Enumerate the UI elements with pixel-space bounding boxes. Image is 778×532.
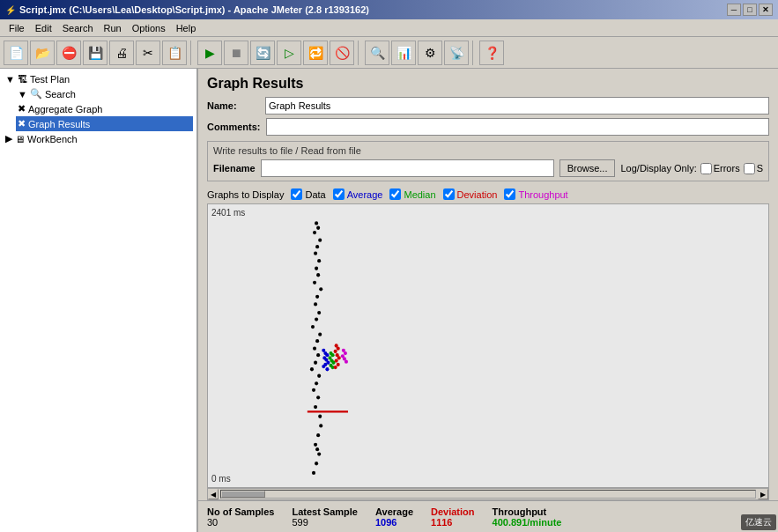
tree-item-graph-results[interactable]: ✖ Graph Results [16,116,193,131]
check-median-text: Median [404,189,435,200]
tree-item-aggregate-graph[interactable]: ✖ Aggregate Graph [16,101,193,116]
filename-input[interactable] [261,159,554,177]
throughput-status: Throughput 400.891/minute [493,506,562,528]
check-deviation-input[interactable] [443,188,455,200]
toolbar-report[interactable]: 📊 [391,41,416,65]
toolbar-replay[interactable]: 🔁 [303,41,328,65]
svg-point-26 [314,405,317,409]
tree-item-workbench[interactable]: ▶ 🖥 WorkBench [4,131,193,146]
toolbar-remote[interactable]: 📡 [444,41,469,65]
toolbar-no-run[interactable]: 🚫 [330,41,354,65]
scroll-track[interactable] [220,490,756,499]
svg-point-31 [325,353,329,357]
svg-point-47 [334,350,337,353]
check-average-input[interactable] [333,188,345,200]
svg-point-58 [345,360,348,364]
agg-icon: ✖ [18,103,26,115]
menu-options[interactable]: Options [127,21,171,35]
s-checkbox-label[interactable]: S [744,163,763,174]
toolbar-sep1 [190,41,194,65]
search-icon: 🔍 [30,88,42,100]
toolbar-help[interactable]: ❓ [479,41,504,65]
toolbar-print[interactable]: 🖨 [109,41,134,65]
panel-title: Graph Results [198,69,778,95]
s-checkbox[interactable] [744,163,755,174]
toolbar-cut[interactable]: ✂ [136,41,160,65]
title-bar: ⚡ Script.jmx (C:\Users\Lea\Desktop\Scrip… [0,0,778,19]
toolbar-save[interactable]: 💾 [83,41,107,65]
toolbar-settings[interactable]: ⚙ [418,41,442,65]
graph-scrollbar[interactable]: ◀ ▶ [207,488,769,500]
minimize-button[interactable]: ─ [727,4,741,16]
toolbar-stop[interactable]: ⏹ [224,41,248,65]
window-controls[interactable]: ─ □ ✕ [727,4,773,16]
svg-point-63 [315,462,318,465]
watermark: 亿速云 [741,514,776,530]
svg-point-60 [316,433,320,437]
samples-status: No of Samples 30 [207,506,274,528]
menu-bar: File Edit Search Run Options Help [0,19,778,37]
check-median-input[interactable] [389,188,401,200]
svg-point-59 [319,424,322,427]
toolbar-new[interactable]: 📄 [4,41,28,65]
filename-label: Filename [213,163,256,174]
scroll-left-arrow[interactable]: ◀ [208,489,219,499]
toolbar-reset[interactable]: 🔄 [250,41,275,65]
svg-point-36 [322,365,325,368]
comments-input[interactable] [266,118,769,136]
svg-point-46 [337,347,340,351]
name-section: Name: [198,95,778,116]
throughput-label: Throughput [493,506,562,517]
check-data-label[interactable]: Data [291,188,325,200]
svg-point-15 [311,325,315,329]
check-average-text: Average [347,189,383,200]
svg-point-39 [331,353,335,357]
menu-edit[interactable]: Edit [30,21,57,35]
menu-file[interactable]: File [4,21,30,35]
toolbar-open[interactable]: 📂 [30,41,55,65]
svg-point-28 [315,447,319,451]
deviation-label: Deviation [431,506,475,517]
scroll-thumb[interactable] [221,491,265,498]
svg-point-64 [312,471,315,475]
toolbar-start[interactable]: ▶ [197,41,222,65]
comments-label: Comments: [207,122,261,132]
close-button[interactable]: ✕ [759,4,773,16]
toolbar-search[interactable]: 🔍 [365,41,389,65]
maximize-button[interactable]: □ [743,4,757,16]
deviation-value: 1116 [431,517,475,528]
toolbar-run[interactable]: ▷ [277,41,301,65]
toolbar-copy[interactable]: 📋 [162,41,187,65]
svg-point-19 [316,353,320,357]
main-layout: ▼ 🏗 Test Plan ▼ 🔍 Search ✖ Aggregate Gra… [0,69,778,532]
svg-point-49 [337,356,341,359]
menu-search[interactable]: Search [57,21,99,35]
samples-value: 30 [207,517,274,528]
check-data-input[interactable] [291,188,302,200]
svg-point-2 [313,231,316,234]
menu-help[interactable]: Help [171,21,202,35]
check-median-label[interactable]: Median [389,188,435,200]
svg-point-55 [344,351,347,355]
test-plan-icon: 🏗 [18,74,27,85]
file-row: Filename Browse... Log/Display Only: Err… [213,159,763,177]
name-input[interactable] [265,97,769,115]
errors-checkbox-label[interactable]: Errors [700,163,740,174]
check-deviation-label[interactable]: Deviation [443,188,498,200]
toolbar-stop-red[interactable]: ⛔ [56,41,81,65]
graphs-display-row: Graphs to Display Data Average Median De… [198,185,778,203]
menu-run[interactable]: Run [99,21,127,35]
tree-label-aggregate: Aggregate Graph [28,104,102,115]
tree-item-test-plan[interactable]: ▼ 🏗 Test Plan [4,72,193,86]
svg-point-11 [315,295,319,299]
scroll-right-arrow[interactable]: ▶ [758,489,768,499]
app-icon: ⚡ [5,5,16,15]
toolbar-sep3 [472,41,476,65]
check-throughput-input[interactable] [504,188,515,200]
window-title: Script.jmx (C:\Users\Lea\Desktop\Script.… [19,4,369,15]
check-throughput-label[interactable]: Throughput [504,188,567,200]
tree-item-search[interactable]: ▼ 🔍 Search [16,86,193,101]
check-average-label[interactable]: Average [333,188,383,200]
errors-checkbox[interactable] [700,163,712,174]
browse-button[interactable]: Browse... [559,159,616,177]
